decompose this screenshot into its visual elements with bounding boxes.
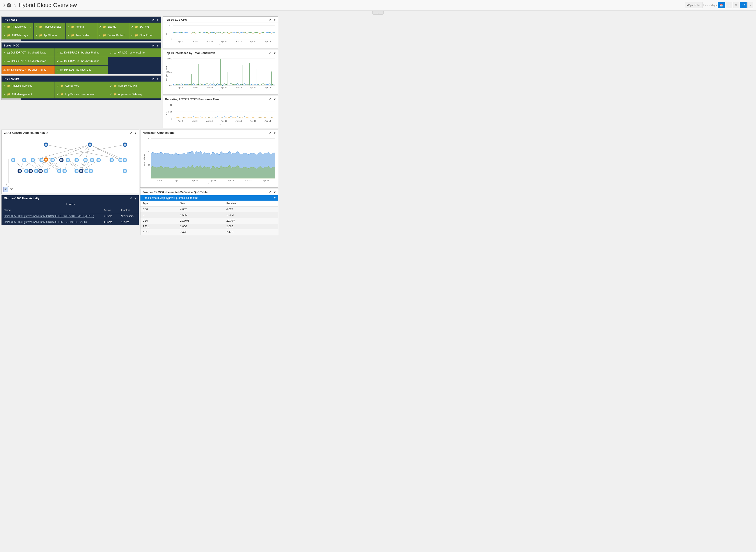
status-tile[interactable]: ✓📁API Management	[2, 90, 54, 99]
col-active[interactable]: Active	[102, 207, 119, 213]
svg-text:250M: 250M	[167, 71, 172, 73]
chart-footer-chevron-icon[interactable]: ﹀	[142, 183, 276, 186]
expand-icon[interactable]: ⤢	[269, 131, 271, 134]
fullscreen-button[interactable]: ⛶	[740, 2, 747, 8]
chart-footer-chevron-icon[interactable]: ﹀	[165, 43, 276, 47]
cell-recv: 29.70M	[224, 218, 278, 224]
svg-text:150: 150	[146, 137, 150, 140]
chevron-down-icon[interactable]: ∨	[157, 77, 159, 80]
check-icon: ✓	[3, 34, 6, 37]
chevron-down-icon[interactable]: ∨	[274, 98, 276, 101]
more-dropdown[interactable]: ∨	[747, 2, 753, 8]
status-tile[interactable]: ✓📁Athena	[65, 23, 97, 31]
ops-notes-button[interactable]: ▸ Ops Notes	[685, 2, 703, 8]
panel-title: Server NOC	[4, 44, 20, 47]
status-tile[interactable]: ⚠🖴Dell iDRAC7 - bc-vhost7-idrac	[2, 65, 54, 74]
check-icon: ✓	[56, 68, 59, 72]
table-row[interactable]: AF117.47G7.47G	[141, 229, 278, 235]
status-tile[interactable]: ✓📁APIGateway - RE…	[2, 31, 33, 39]
status-tile[interactable]: ✓📁CloudFront	[129, 31, 161, 39]
chart-footer-chevron-icon[interactable]: ﹀	[165, 90, 276, 94]
mail-icon[interactable]: ✉	[3, 187, 8, 192]
status-tile[interactable]: ✓📁App Service Environment	[55, 90, 108, 99]
favorite-star-icon[interactable]: ☆	[13, 3, 16, 8]
col-inactive[interactable]: Inactive	[119, 207, 139, 213]
svg-text:Apr 11: Apr 11	[210, 179, 216, 182]
copy-button[interactable]: ⧉	[733, 2, 739, 8]
status-tile[interactable]: ✓📁Application Gateway	[108, 90, 161, 99]
cell-inactive: 1users	[119, 219, 139, 225]
topology-canvas[interactable]: ✉ ⟳	[2, 136, 139, 193]
refresh-icon[interactable]: ⟳	[10, 187, 13, 192]
chevron-down-icon[interactable]: ∨	[274, 190, 276, 194]
check-icon: ✓	[3, 59, 6, 63]
status-tile[interactable]: ✓📁Analysis Services	[2, 82, 54, 90]
filter-chevron-icon[interactable]: ∨	[274, 196, 276, 199]
svg-text:Apr 9: Apr 9	[175, 179, 180, 182]
status-tile[interactable]: ✓🖴Dell iDRAC7 - bc-vhost4-idrac	[2, 57, 54, 65]
chevron-down-icon[interactable]: ∨	[157, 18, 159, 21]
breadcrumb-chevron-icon[interactable]: ❯	[3, 3, 5, 7]
horizontal-scrollbar[interactable]	[2, 39, 161, 41]
status-tile[interactable]: ✓🖴Dell iDRAC8 - bc-vhost5-idrac	[55, 48, 108, 57]
chart-footer-chevron-icon[interactable]: ﹀	[165, 123, 276, 127]
status-tile[interactable]: ✓📁BC AWS	[129, 23, 161, 31]
item-count: 2 items	[2, 201, 139, 207]
expand-icon[interactable]: ⤢	[269, 51, 271, 54]
status-tile[interactable]: ✓📁AppStream	[33, 31, 65, 39]
status-tile[interactable]: ✓📁APIGateway - HT…	[2, 23, 33, 31]
table-row[interactable]: Office 365 - BC Systems Account MICROSOF…	[2, 213, 139, 219]
expand-icon[interactable]: ⤢	[152, 18, 155, 21]
status-tile[interactable]: ✓📁Backup	[97, 23, 129, 31]
status-tile[interactable]: ✓📁App Service Plan	[108, 82, 161, 90]
tile-label: APIGateway - HT…	[12, 25, 31, 28]
status-tile[interactable]: ✓📁Auto Scaling	[65, 31, 97, 39]
table-row[interactable]: AF212.06G2.06G	[141, 224, 278, 229]
chevron-down-icon[interactable]: ∨	[157, 44, 159, 47]
status-tile[interactable]: ✓📁App Service	[55, 82, 108, 90]
status-tile[interactable]: ✓🖴HP iLO5 - bc-vhost2-ilo	[108, 48, 161, 57]
expand-icon[interactable]: ⤢	[152, 77, 155, 80]
chevron-down-icon[interactable]: ∨	[134, 131, 137, 134]
zoom-slider[interactable]	[8, 159, 9, 185]
col-recv[interactable]: Received	[224, 200, 278, 206]
status-tile[interactable]: ✓📁BackupProtecte…	[97, 31, 129, 39]
horizontal-scrollbar[interactable]	[2, 99, 161, 100]
table-row[interactable]: EF1.50M1.50M	[141, 212, 278, 218]
table-row[interactable]: CS629.70M29.70M	[141, 218, 278, 224]
table-row[interactable]: Office 365 - BC Systems Account MICROSOF…	[2, 219, 139, 225]
tile-label: Analysis Services	[12, 84, 32, 87]
expand-icon[interactable]: ⤢	[269, 18, 271, 21]
col-sent[interactable]: Sent	[178, 200, 224, 206]
status-tile[interactable]: ✓🖴Dell iDRAC7 - bc-vhost3-idrac	[2, 48, 54, 57]
server-icon: 🖴	[114, 51, 116, 54]
collapse-handle-icon[interactable]: ︿	[372, 11, 384, 15]
status-tile[interactable]: ✓🖴HP iLO5 - bc-vhost1-ilo	[55, 65, 108, 74]
expand-icon[interactable]: ⤢	[152, 44, 155, 47]
svg-text:0: 0	[149, 177, 150, 179]
expand-icon[interactable]: ⤢	[269, 190, 271, 194]
col-name[interactable]: Name	[2, 207, 102, 213]
cell-sent: 2.06G	[178, 224, 224, 229]
chevron-down-icon[interactable]: ∨	[274, 131, 276, 134]
table-row[interactable]: CS04.00T4.00T	[141, 206, 278, 212]
cell-type: AF21	[141, 224, 178, 229]
expand-icon[interactable]: ⤢	[130, 131, 132, 134]
check-icon: ✓	[99, 34, 102, 37]
svg-text:100: 100	[169, 24, 172, 26]
dashboard-row2: Citrix XenApp Application Health⤢∨ ✉ ⟳ M…	[0, 130, 756, 237]
row-link[interactable]: Office 365 - BC Systems Account MICROSOF…	[4, 215, 94, 218]
expand-icon[interactable]: ⤢	[130, 197, 132, 200]
panel-title-link[interactable]: Citrix XenApp Application Health	[4, 131, 48, 134]
svg-text:Apr 13: Apr 13	[245, 179, 252, 182]
col-type[interactable]: Type	[141, 200, 178, 206]
options-button[interactable]: ⋯	[726, 2, 732, 8]
calendar-button[interactable]: 📅	[718, 2, 725, 8]
status-tile[interactable]: ✓🖴Dell iDRAC8 - bc-vhost6-idrac	[55, 57, 108, 65]
chevron-down-icon[interactable]: ∨	[134, 197, 137, 200]
chevron-down-icon[interactable]: ∨	[274, 18, 276, 21]
chevron-down-icon[interactable]: ∨	[274, 51, 276, 54]
status-tile[interactable]: ✓📁ApplicationELB	[33, 23, 65, 31]
expand-icon[interactable]: ⤢	[269, 98, 271, 101]
row-link[interactable]: Office 365 - BC Systems Account MICROSOF…	[4, 221, 87, 224]
